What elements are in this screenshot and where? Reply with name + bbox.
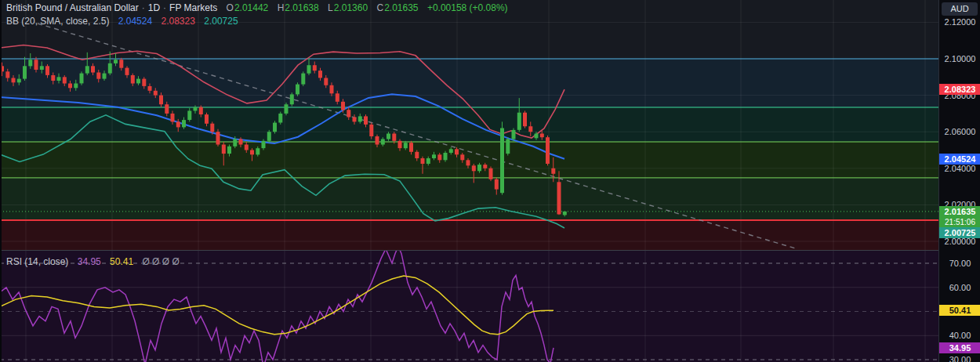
rsi-tick-label: 40.00 [939,330,980,341]
rsi-tick-label: 30.00 [939,354,980,362]
bb-indicator-legend-row[interactable]: BB (20, SMA, close, 2.5) 2.04524 2.08323… [6,16,238,27]
price-tick-label: 2.04000 [939,163,980,174]
price-badge-2.00725: 2.00725 [939,227,980,238]
open-label: O [227,2,234,13]
symbol-legend-row[interactable]: British Pound / Australian Dollar·1D·FP … [6,2,508,13]
rsi-badge-34.95: 34.95 [939,342,980,353]
price-badge-2.08323: 2.08323 [939,84,980,95]
separator-dot: · [163,2,166,13]
bb-upper-value: 2.08323 [161,16,194,27]
high-value: 2.01638 [285,2,318,13]
change-value: +0.00158 (+0.08%) [427,2,508,13]
rsi-empty-slots: Ø Ø Ø Ø [142,256,179,267]
rsi-tick-label: 60.00 [939,282,980,293]
price-badge-2.04524: 2.04524 [939,154,980,165]
candle-countdown-timer: 21:51:06 [939,217,980,227]
broker-label: FP Markets [169,2,217,13]
close-value: 2.01635 [384,2,418,13]
price-zones [0,59,938,251]
bb-lower-value: 2.00725 [204,16,238,27]
price-tick-label: 2.12000 [939,16,980,27]
timeframe-label[interactable]: 1D [148,2,160,13]
separator-dot: · [142,2,145,13]
low-label: L [328,2,333,13]
trading-chart-window: British Pound / Australian Dollar·1D·FP … [0,0,980,362]
price-tick-label: 2.06000 [939,126,980,137]
price-axis[interactable]: AUD 2.120002.100002.080002.060002.040002… [938,0,980,362]
rsi-ma-value: 50.41 [110,256,133,267]
bb-basis-value: 2.04524 [118,16,152,27]
open-value: 2.01442 [234,2,268,13]
pane-left-edge [0,0,2,362]
price-pane[interactable] [0,0,938,251]
rsi-tick-label: 70.00 [939,258,980,269]
symbol-title: British Pound / Australian Dollar [6,2,139,13]
close-label: C [376,2,383,13]
low-value: 2.01360 [334,2,368,13]
bb-indicator-label: BB (20, SMA, close, 2.5) [6,16,109,27]
rsi-indicator-legend-row[interactable]: RSI (14, close) 34.95 50.41 Ø Ø Ø Ø [6,256,180,267]
currency-toggle-button[interactable]: AUD [942,2,978,16]
rsi-value: 34.95 [78,256,101,267]
rsi-indicator-label: RSI (14, close) [6,256,68,267]
price-tick-label: 2.10000 [939,53,980,64]
price-badge-2.01635: 2.0163521:51:06 [939,206,980,227]
high-label: H [278,2,285,13]
chart-canvas[interactable] [0,0,980,362]
rsi-badge-50.41: 50.41 [939,305,980,316]
